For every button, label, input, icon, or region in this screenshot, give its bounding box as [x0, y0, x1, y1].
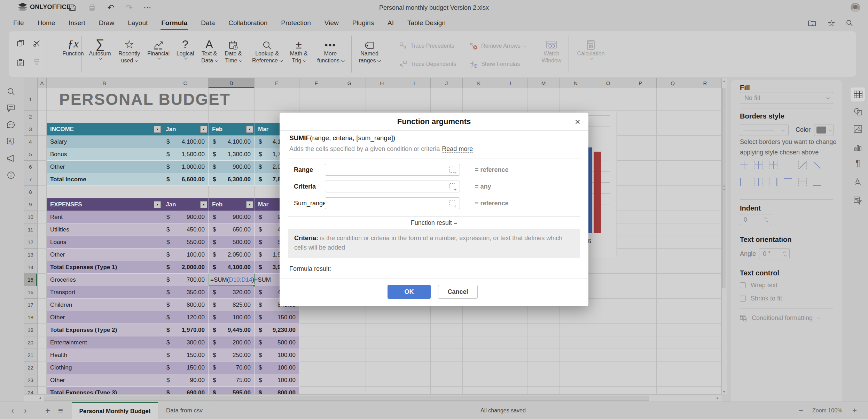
cell[interactable]: $100.00	[209, 311, 255, 324]
cell[interactable]	[689, 161, 721, 173]
menu-tab-draw[interactable]: Draw	[98, 18, 115, 28]
autosum-button[interactable]: ∑Autosum	[84, 34, 116, 74]
cell[interactable]	[366, 88, 398, 111]
bottom-border-button[interactable]	[812, 177, 822, 187]
cell[interactable]	[657, 299, 689, 311]
cell[interactable]	[657, 223, 689, 236]
text-art-settings-icon[interactable]: A	[853, 177, 862, 186]
cell[interactable]	[527, 387, 560, 394]
dialog-close-icon[interactable]: ✕	[573, 117, 582, 127]
cell[interactable]: $150.00	[162, 349, 209, 361]
shape-settings-icon[interactable]	[853, 107, 862, 116]
cell[interactable]	[560, 336, 592, 349]
add-sheet-button[interactable]: +	[42, 402, 53, 419]
cell[interactable]: $150.00	[255, 311, 299, 324]
cell[interactable]	[689, 261, 721, 274]
cell[interactable]	[657, 211, 689, 223]
cell[interactable]	[495, 336, 527, 349]
menu-tab-ai[interactable]: AI	[387, 18, 394, 28]
scroll-down-icon[interactable]: ▾	[723, 390, 725, 393]
cell[interactable]	[592, 324, 625, 336]
row-header-13[interactable]: 13	[24, 249, 38, 261]
cell[interactable]	[624, 88, 657, 111]
redo-button[interactable]: ↷	[123, 2, 135, 13]
sheet-tab-2[interactable]: Data from csv	[158, 402, 211, 419]
row-header-12[interactable]: 12	[24, 236, 38, 249]
sheet-tab-1[interactable]: Personal Monthly Budget	[72, 402, 158, 419]
cell[interactable]	[463, 311, 495, 324]
cell[interactable]	[333, 324, 366, 336]
select-range-icon[interactable]	[449, 183, 455, 189]
zoom-in-button[interactable]: +	[852, 402, 857, 419]
chat-icon[interactable]	[6, 120, 16, 130]
cell[interactable]	[38, 223, 47, 236]
criteria-input[interactable]	[325, 181, 460, 192]
cell[interactable]	[689, 173, 721, 186]
cell[interactable]	[689, 286, 721, 299]
cell[interactable]	[209, 111, 255, 123]
cell[interactable]	[299, 88, 333, 111]
cell[interactable]	[463, 374, 495, 387]
cell[interactable]	[527, 374, 560, 387]
cell[interactable]: PERSONAL BUDGET	[47, 88, 162, 111]
cell[interactable]: EXPENSES▾	[47, 198, 162, 211]
cell[interactable]: $2,050.00	[209, 249, 255, 261]
cell[interactable]: Children	[47, 299, 162, 311]
cell[interactable]	[366, 374, 398, 387]
lookup-reference-button[interactable]: Lookup &Reference	[251, 34, 283, 74]
select-all-corner[interactable]	[24, 78, 38, 88]
user-avatar[interactable]	[851, 3, 860, 12]
row-header-6[interactable]: 6	[24, 161, 38, 173]
menu-tab-layout[interactable]: Layout	[127, 18, 148, 28]
cell[interactable]	[624, 198, 657, 211]
cell[interactable]	[463, 88, 495, 111]
cell[interactable]: $825.00	[209, 299, 255, 311]
cell[interactable]: Total Expenses (Type 1)	[47, 261, 162, 274]
trace-dependents-button[interactable]: Trace Dependents	[399, 60, 456, 68]
zoom-out-button[interactable]: −	[799, 402, 803, 419]
cell[interactable]: $90.00	[162, 374, 209, 387]
cell[interactable]: $250.00	[209, 349, 255, 361]
cell[interactable]	[624, 274, 657, 286]
cell[interactable]: $500.00	[255, 336, 299, 349]
cell[interactable]	[624, 223, 657, 236]
cell[interactable]	[592, 311, 625, 324]
cell[interactable]: Health	[47, 349, 162, 361]
scroll-up-icon[interactable]: ▴	[723, 79, 725, 83]
image-settings-icon[interactable]	[853, 124, 862, 134]
cell[interactable]: Groceries	[47, 274, 162, 286]
cell[interactable]: Clothing	[47, 361, 162, 374]
cell[interactable]: $100.00	[162, 249, 209, 261]
column-header-M[interactable]: M	[527, 78, 560, 88]
row-header-9[interactable]: 9	[24, 198, 38, 211]
menu-tab-plugins[interactable]: Plugins	[352, 18, 375, 28]
row-header-19[interactable]: 19	[24, 324, 38, 336]
cell[interactable]	[657, 236, 689, 249]
row-header-15[interactable]: 15	[24, 274, 38, 286]
left-border-button[interactable]	[739, 177, 749, 187]
cell[interactable]	[624, 311, 657, 324]
cell[interactable]	[657, 324, 689, 336]
outer-borders-button[interactable]	[783, 160, 793, 170]
row-header-8[interactable]: 8	[24, 186, 38, 198]
cell[interactable]: Salary	[47, 136, 162, 148]
cell[interactable]	[255, 88, 299, 111]
cell[interactable]	[689, 274, 721, 286]
cell[interactable]	[624, 324, 657, 336]
cell[interactable]	[38, 274, 47, 286]
cell[interactable]	[657, 186, 689, 198]
column-header-I[interactable]: I	[398, 78, 431, 88]
cell[interactable]	[657, 136, 689, 148]
cell[interactable]: $4,100.00	[209, 261, 255, 274]
cell[interactable]: Total Income	[47, 173, 162, 186]
cell[interactable]	[592, 349, 625, 361]
column-header-A[interactable]: A	[38, 78, 47, 88]
watch-window-button[interactable]: WatchWindow	[535, 34, 568, 74]
cell[interactable]	[398, 88, 431, 111]
cell[interactable]	[689, 88, 721, 111]
cell[interactable]	[624, 299, 657, 311]
cell[interactable]: $200.00	[209, 336, 255, 349]
column-header-B[interactable]: B	[47, 78, 162, 88]
shrink-to-fit-checkbox[interactable]	[740, 296, 746, 302]
column-header-D[interactable]: D	[209, 78, 255, 88]
